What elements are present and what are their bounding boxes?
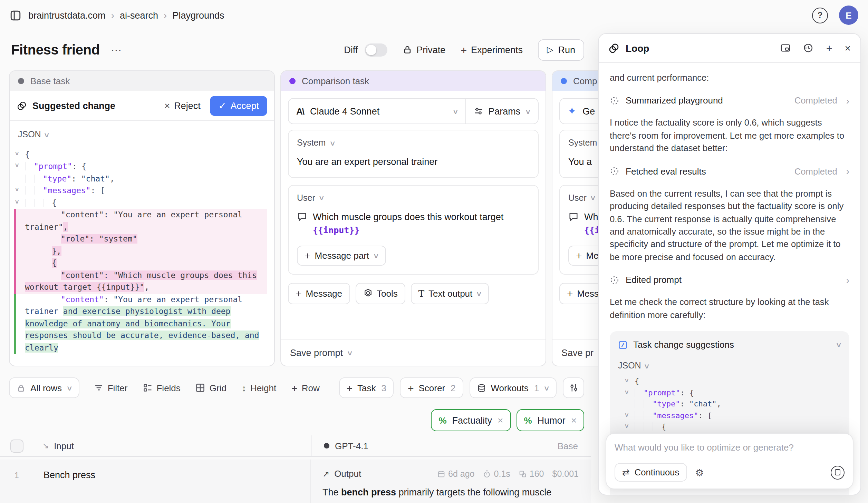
grid-button[interactable]: Grid xyxy=(190,377,233,398)
all-rows-button[interactable]: All rows ∨ xyxy=(9,377,79,398)
collapse-chevron-icon[interactable]: ∨ xyxy=(624,410,629,419)
stop-button[interactable] xyxy=(831,465,845,479)
remove-icon[interactable]: × xyxy=(498,415,503,426)
code-line: "type": "chat", xyxy=(25,173,267,185)
add-scorer-button[interactable]: + Scorer 2 xyxy=(400,377,463,398)
user-message-text[interactable]: Which muscle groups does this workout ta… xyxy=(297,210,530,237)
model-name: Claude 4 Sonnet xyxy=(310,106,379,116)
title-menu-button[interactable]: ⋯ xyxy=(108,42,125,58)
user-role-label: User xyxy=(568,193,587,203)
base-task-column: Base task Suggested change × Reject ✓ Ac… xyxy=(9,70,275,366)
collapse-chevron-icon[interactable]: ∨ xyxy=(15,185,19,194)
input-column-header[interactable]: ↘ Input xyxy=(42,441,311,451)
user-message-card[interactable]: User ∨ Which muscle groups does this wor… xyxy=(288,185,539,274)
system-role-label: System xyxy=(297,138,326,148)
collapse-chevron-icon[interactable]: ∨ xyxy=(624,387,629,396)
message-part-label: Me xyxy=(586,250,599,260)
sliders-vertical-icon xyxy=(569,383,578,393)
breadcrumb-project[interactable]: ai-search xyxy=(120,10,158,20)
collapse-chevron-icon[interactable]: ∨ xyxy=(624,376,629,385)
database-icon xyxy=(477,383,486,392)
chevron-down-icon: ∨ xyxy=(329,139,336,147)
format-selector[interactable]: JSON ∨ xyxy=(10,121,274,144)
collapse-chevron-icon[interactable]: ∨ xyxy=(15,197,19,206)
text-output-button[interactable]: T Text output ∨ xyxy=(411,283,489,304)
format-label: JSON xyxy=(18,130,41,139)
history-icon[interactable] xyxy=(803,43,814,53)
row-age: 6d ago xyxy=(448,469,474,479)
base-task-header[interactable]: Base task xyxy=(10,71,274,91)
collapse-chevron-icon[interactable]: ∨ xyxy=(15,161,19,170)
new-chat-icon[interactable]: + xyxy=(826,42,832,54)
output-label: Output xyxy=(334,469,361,479)
fields-icon xyxy=(143,383,152,393)
chevron-down-icon: ∨ xyxy=(44,131,50,138)
avatar[interactable]: E xyxy=(839,6,858,25)
humor-scorer-badge[interactable]: % Humor × xyxy=(516,409,584,431)
breadcrumb-org[interactable]: braintrustdata.com xyxy=(28,10,106,20)
loop-step[interactable]: Summarized playgroundCompleted› xyxy=(610,94,849,107)
system-message-text[interactable]: You are an expert personal trainer xyxy=(297,155,530,169)
system-message-card[interactable]: System ∨ You are an expert personal trai… xyxy=(288,130,539,178)
diff-label: Diff xyxy=(344,45,358,55)
code-line: ∨{ xyxy=(635,422,841,433)
row-latency: 0.1s xyxy=(494,469,510,479)
breadcrumb-separator: › xyxy=(111,10,114,21)
play-icon: ▷ xyxy=(547,45,553,55)
breadcrumb-separator: › xyxy=(164,10,167,21)
sidebar-toggle-icon[interactable] xyxy=(10,9,21,21)
help-button[interactable]: ? xyxy=(812,7,828,23)
code-block-pln: ∨{∨"prompt": {"type": "chat",∨"messages"… xyxy=(14,149,267,209)
message-part-button[interactable]: + Message part ∨ xyxy=(297,245,386,265)
add-row-button[interactable]: + Row xyxy=(285,377,326,398)
save-prompt-label: Save prompt xyxy=(290,348,343,358)
model-column-header[interactable]: GPT-4.1 Base xyxy=(311,435,591,456)
row-output-cell[interactable]: ↗ Output 6d ago 0.1s 160 $0.001 The benc… xyxy=(310,460,591,503)
continuous-mode-button[interactable]: ⇄ Continuous xyxy=(615,463,687,482)
comparison-task-header[interactable]: Comparison task xyxy=(281,71,546,91)
run-button[interactable]: ▷ Run xyxy=(538,39,584,60)
loop-input-field[interactable]: What would you like to optimize or gener… xyxy=(615,442,845,453)
diff-toggle[interactable] xyxy=(365,43,387,56)
loop-step[interactable]: Fetched eval resultsCompleted› xyxy=(610,165,849,178)
filter-button[interactable]: Filter xyxy=(88,377,134,398)
reject-label: Reject xyxy=(174,100,201,111)
popout-icon[interactable] xyxy=(781,43,791,53)
close-icon[interactable]: × xyxy=(845,42,851,54)
gear-icon[interactable]: ⚙ xyxy=(695,467,704,478)
model-selector[interactable]: A\ Claude 4 Sonnet ∨ xyxy=(289,99,465,124)
select-all-checkbox[interactable] xyxy=(10,439,23,452)
code-line: "role": "system" xyxy=(25,234,267,246)
fields-button[interactable]: Fields xyxy=(136,377,186,398)
params-button[interactable]: Params ∨ xyxy=(465,99,538,124)
loop-step[interactable]: Edited prompt› xyxy=(610,273,849,286)
reject-button[interactable]: × Reject xyxy=(160,99,205,112)
suggestions-card-header[interactable]: Task change suggestions∨ xyxy=(618,339,841,350)
add-message-button[interactable]: + Message xyxy=(288,283,350,304)
code-line: "content": "You are an expert personal t… xyxy=(25,294,267,354)
tools-button[interactable]: Tools xyxy=(355,283,405,304)
breadcrumb-section[interactable]: Playgrounds xyxy=(172,10,224,20)
remove-icon[interactable]: × xyxy=(571,415,577,426)
accept-button[interactable]: ✓ Accept xyxy=(210,96,267,116)
height-button[interactable]: ↕ Height xyxy=(235,377,282,398)
add-task-button[interactable]: + Task 3 xyxy=(339,377,394,398)
format-selector[interactable]: JSON∨ xyxy=(618,350,841,373)
base-task-json-editor[interactable]: ∨{∨"prompt": {"type": "chat",∨"messages"… xyxy=(10,144,274,354)
comparison-task-column: Comparison task A\ Claude 4 Sonnet ∨ Par… xyxy=(280,70,546,366)
collapse-chevron-icon[interactable]: ∨ xyxy=(624,422,629,431)
table-row[interactable]: 1 Bench press ↗ Output 6d ago 0.1s 160 $… xyxy=(0,460,591,503)
workouts-dataset-button[interactable]: Workouts 1 ∨ xyxy=(470,377,557,398)
save-prompt-button[interactable]: Save prompt ∨ xyxy=(281,339,546,366)
row-input-value[interactable]: Bench press xyxy=(44,470,95,480)
factuality-scorer-badge[interactable]: % Factuality × xyxy=(431,409,511,431)
toggle-knob xyxy=(366,45,376,55)
comparison-task-2-title: Comp xyxy=(573,76,597,86)
code-line: ∨{ xyxy=(25,197,267,209)
experiments-button[interactable]: + Experiments xyxy=(461,44,523,56)
private-button[interactable]: Private xyxy=(403,45,445,55)
suggested-change-bar: Suggested change × Reject ✓ Accept xyxy=(10,91,274,121)
collapse-chevron-icon[interactable]: ∨ xyxy=(15,149,19,158)
experiments-label: Experiments xyxy=(471,45,523,55)
view-settings-button[interactable] xyxy=(563,377,584,398)
